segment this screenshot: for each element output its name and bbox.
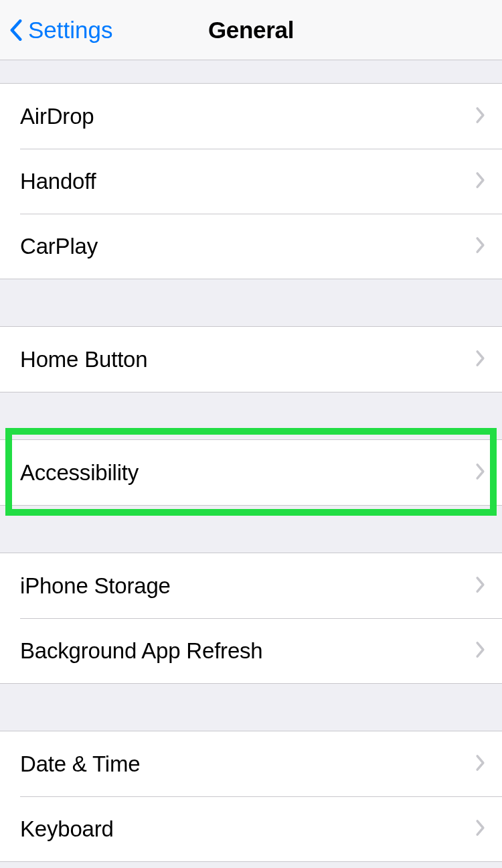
page-title: General xyxy=(208,17,294,44)
settings-section: iPhone StorageBackground App Refresh xyxy=(0,553,502,684)
section-gap xyxy=(0,392,502,439)
settings-row-label: Handoff xyxy=(20,169,475,194)
chevron-right-icon xyxy=(475,463,487,483)
settings-row-accessibility[interactable]: Accessibility xyxy=(0,440,502,505)
section-gap xyxy=(0,279,502,326)
settings-row-label: Home Button xyxy=(20,347,475,372)
settings-row-label: Keyboard xyxy=(20,816,475,842)
settings-row-label: Background App Refresh xyxy=(20,638,475,664)
settings-row-handoff[interactable]: Handoff xyxy=(0,149,502,214)
chevron-right-icon xyxy=(475,754,487,774)
settings-row-carplay[interactable]: CarPlay xyxy=(0,214,502,279)
settings-row-label: Accessibility xyxy=(20,460,475,486)
settings-section: AirDropHandoffCarPlay xyxy=(0,83,502,279)
settings-section: Home Button xyxy=(0,326,502,392)
settings-row-label: CarPlay xyxy=(20,234,475,259)
settings-row-label: iPhone Storage xyxy=(20,573,475,599)
settings-row-home-button[interactable]: Home Button xyxy=(0,327,502,392)
chevron-right-icon xyxy=(475,350,487,370)
settings-row-background-app-refresh[interactable]: Background App Refresh xyxy=(0,618,502,683)
chevron-left-icon xyxy=(8,17,24,44)
settings-row-label: AirDrop xyxy=(20,104,475,129)
section-gap xyxy=(0,506,502,553)
navigation-bar: Settings General xyxy=(0,0,502,60)
chevron-right-icon xyxy=(475,171,487,192)
settings-section: Date & TimeKeyboard xyxy=(0,731,502,862)
chevron-right-icon xyxy=(475,106,487,127)
settings-row-label: Date & Time xyxy=(20,751,475,777)
settings-content: AirDropHandoffCarPlayHome ButtonAccessib… xyxy=(0,60,502,862)
chevron-right-icon xyxy=(475,576,487,596)
section-gap xyxy=(0,684,502,731)
chevron-right-icon xyxy=(475,641,487,661)
settings-row-iphone-storage[interactable]: iPhone Storage xyxy=(0,553,502,618)
settings-section: Accessibility xyxy=(0,439,502,506)
section-gap xyxy=(0,60,502,83)
back-button[interactable]: Settings xyxy=(8,17,112,44)
back-button-label: Settings xyxy=(28,17,112,44)
settings-row-date-time[interactable]: Date & Time xyxy=(0,731,502,796)
chevron-right-icon xyxy=(475,819,487,839)
chevron-right-icon xyxy=(475,236,487,257)
settings-row-airdrop[interactable]: AirDrop xyxy=(0,84,502,149)
settings-row-keyboard[interactable]: Keyboard xyxy=(0,796,502,861)
